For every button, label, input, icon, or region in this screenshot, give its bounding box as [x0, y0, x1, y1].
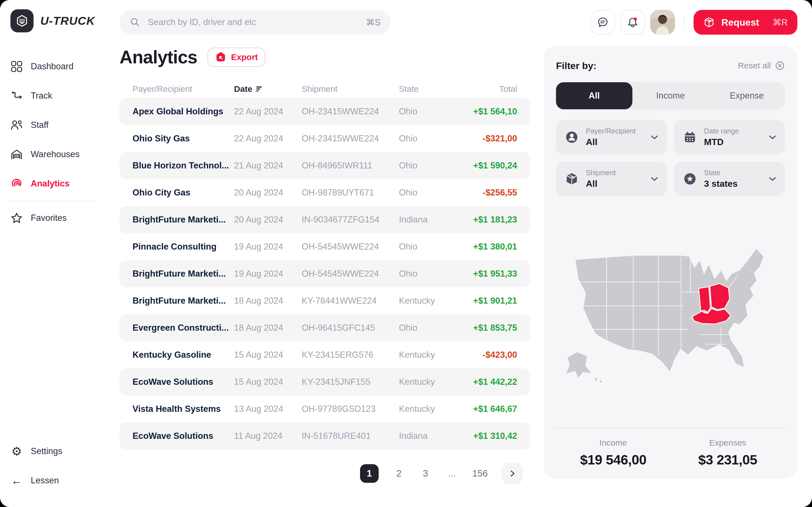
expenses-summary: Expenses $3 231,05: [670, 438, 785, 467]
chevron-down-icon: [769, 176, 776, 181]
table-row[interactable]: Blue Horizon Technol... 21 Aug 2024 OH-8…: [119, 152, 530, 179]
row-total: -$423,00: [465, 350, 517, 360]
sidebar-collapse-button[interactable]: ← Lessen: [10, 466, 104, 495]
sort-desc-icon: [256, 86, 263, 92]
col-header-total[interactable]: Total: [465, 84, 517, 94]
search-bar[interactable]: ⌘S: [119, 10, 391, 34]
dropdown-date-range[interactable]: Date range MTD: [674, 120, 785, 154]
page-button-1[interactable]: 1: [360, 464, 378, 483]
row-shipment: OH-98789UYT671: [302, 187, 399, 198]
table-row[interactable]: Kentucky Gasoline 15 Aug 2024 KY-23415ER…: [119, 341, 530, 369]
tab-expense[interactable]: Expense: [709, 82, 785, 109]
topbar-actions: Request ⌘R: [591, 10, 797, 35]
filter-title: Filter by:: [556, 60, 597, 71]
request-shortcut: ⌘R: [773, 17, 788, 27]
row-shipment: OH-23415WWE224: [302, 107, 399, 117]
page-button-156[interactable]: 156: [472, 468, 488, 479]
page-button-2[interactable]: 2: [393, 468, 405, 479]
table-row[interactable]: BrightFuture Marketi... 19 Aug 2024 OH-5…: [119, 260, 530, 287]
row-payer: Kentucky Gasoline: [133, 350, 234, 360]
row-date: 11 Aug 2024: [234, 431, 302, 441]
table-row[interactable]: Apex Global Holdings 22 Aug 2024 OH-2341…: [119, 98, 530, 125]
row-shipment: KY-78441WWE224: [302, 296, 399, 306]
dropdown-shipment[interactable]: Shipment All: [556, 162, 667, 196]
request-button[interactable]: Request ⌘R: [694, 10, 797, 35]
sidebar-item-warehouses[interactable]: Warehouses: [10, 140, 104, 169]
dropdown-label: Date range: [704, 127, 762, 135]
row-shipment: IN-9034677ZFG154: [302, 215, 399, 225]
analytics-icon: [10, 177, 23, 190]
summary: Income $19 546,00 Expenses $3 231,05: [556, 438, 785, 467]
filter-dropdowns: Payer/Recipient All: [556, 120, 785, 196]
row-payer: Evergreen Constructi...: [133, 323, 234, 333]
chat-icon: [597, 16, 609, 29]
table-row[interactable]: Ohio Sity Gas 22 Aug 2024 OH-23415WWE224…: [119, 125, 530, 152]
row-state: Ohio: [399, 269, 465, 279]
reset-all-button[interactable]: Reset all: [738, 61, 785, 71]
dropdown-state[interactable]: State 3 states: [674, 162, 785, 196]
sidebar-item-dashboard[interactable]: Dashboard: [10, 52, 104, 81]
col-header-date[interactable]: Date: [234, 84, 302, 94]
filter-header: Filter by: Reset all: [556, 58, 785, 73]
pagination-pages: 123...156: [360, 464, 488, 483]
expenses-value: $3 231,05: [698, 452, 757, 467]
table-row[interactable]: BrightFuture Marketi... 20 Aug 2024 IN-9…: [119, 206, 530, 233]
state-indiana[interactable]: [699, 287, 711, 313]
bell-icon: [626, 16, 639, 29]
content: Analytics Export Payer/Recipient Date: [119, 41, 797, 507]
clear-circle-icon: [775, 61, 785, 71]
sidebar-divider: [10, 201, 98, 201]
sidebar-item-favorites[interactable]: Favorites: [10, 203, 104, 233]
notifications-button[interactable]: [620, 10, 645, 35]
row-date: 19 Aug 2024: [234, 242, 302, 252]
chevron-down-icon: [769, 135, 776, 140]
pagination-next-button[interactable]: [502, 463, 523, 484]
row-state: Kentucky: [399, 404, 465, 414]
row-shipment: OH-84965IWR111: [302, 161, 399, 171]
summary-divider: [554, 428, 786, 429]
row-payer: BrightFuture Marketi...: [133, 215, 234, 225]
sidebar-item-label: Analytics: [31, 179, 70, 189]
col-header-shipment[interactable]: Shipment: [302, 84, 399, 94]
table-row[interactable]: Pinnacle Consulting 19 Aug 2024 OH-54545…: [119, 233, 530, 260]
user-avatar[interactable]: [650, 10, 675, 35]
col-header-payer[interactable]: Payer/Recipient: [133, 84, 234, 94]
sidebar-item-staff[interactable]: Staff: [10, 110, 104, 140]
pagination: 123...156: [360, 463, 523, 484]
table-row[interactable]: BrightFuture Marketi... 18 Aug 2024 KY-7…: [119, 287, 530, 314]
page-button-3[interactable]: 3: [419, 468, 432, 479]
sidebar-item-analytics[interactable]: Analytics: [10, 169, 104, 198]
messages-button[interactable]: [591, 10, 615, 35]
row-total: +$1 901,21: [465, 296, 517, 306]
row-date: 22 Aug 2024: [234, 133, 302, 144]
row-date: 15 Aug 2024: [234, 377, 302, 387]
dropdown-text: State 3 states: [704, 169, 762, 189]
table-row[interactable]: Ohio City Gas 20 Aug 2024 OH-98789UYT671…: [119, 179, 530, 206]
table-row[interactable]: EcoWave Solutions 15 Aug 2024 KY-23415JN…: [119, 369, 530, 395]
row-total: +$1 951,33: [465, 269, 517, 279]
row-shipment: OH-54545WWE224: [302, 242, 399, 252]
sidebar-item-track[interactable]: Track: [10, 81, 104, 110]
col-header-state[interactable]: State: [399, 84, 465, 94]
tab-income[interactable]: Income: [632, 82, 709, 109]
row-total: +$1 442,22: [465, 377, 517, 387]
row-total: +$1 853,75: [465, 323, 517, 333]
dropdown-value: All: [586, 179, 644, 189]
search-icon: [130, 17, 140, 27]
filter-panel: Filter by: Reset all All Income Expense: [544, 46, 797, 479]
dropdown-text: Payer/Recipient All: [586, 127, 644, 147]
table-row[interactable]: Evergreen Constructi... 18 Aug 2024 OH-9…: [119, 314, 530, 341]
dropdown-payer[interactable]: Payer/Recipient All: [556, 120, 667, 154]
row-shipment: OH-23415WWE224: [302, 133, 399, 144]
brand-logo[interactable]: U-TRUCK: [10, 8, 104, 33]
export-button[interactable]: Export: [207, 48, 265, 67]
table-row[interactable]: EcoWave Solutions 11 Aug 2024 IN-51678UR…: [119, 422, 530, 450]
table-row[interactable]: Vista Health Systems 13 Aug 2024 OH-9778…: [119, 395, 530, 422]
main-area: ⌘S: [104, 0, 812, 507]
search-input[interactable]: [148, 17, 359, 27]
sidebar-item-settings[interactable]: ⚙ Settings: [10, 437, 104, 466]
table-section: Analytics Export Payer/Recipient Date: [119, 41, 530, 507]
dashboard-icon: [10, 60, 23, 73]
row-state: Kentucky: [399, 377, 465, 387]
tab-all[interactable]: All: [556, 82, 632, 109]
